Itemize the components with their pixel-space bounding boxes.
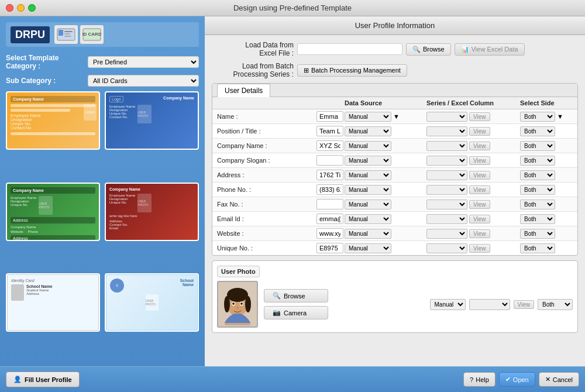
- id-card-icon-1: [54, 25, 78, 44]
- view-excel-button[interactable]: 📊 View Excel Data: [455, 43, 525, 56]
- fill-profile-button[interactable]: 👤 Fill User Profile: [6, 372, 80, 387]
- address-view-btn[interactable]: View: [469, 171, 490, 180]
- website-input[interactable]: [316, 228, 343, 239]
- browse-photo-icon: 🔍: [273, 292, 281, 300]
- photo-view-btn[interactable]: View: [514, 300, 535, 309]
- batch-label: Load from BatchProcessing Series :: [212, 62, 294, 78]
- dialog-content: Load Data fromExcel File : 🔍 Browse 📊 Vi…: [205, 35, 585, 366]
- slogan-se-select[interactable]: [426, 156, 467, 166]
- phone-input[interactable]: [316, 184, 343, 195]
- email-view-btn[interactable]: View: [469, 215, 490, 223]
- fill-profile-icon: 👤: [13, 376, 22, 383]
- template-card-6[interactable]: S School Name USER PHOTO: [105, 273, 199, 332]
- camera-button[interactable]: 📷 Camera: [264, 306, 328, 319]
- col-field: [217, 99, 316, 106]
- phone-ds-select[interactable]: Manual: [345, 185, 391, 195]
- table-row: Name : Manual▼ View Both▼: [212, 109, 577, 124]
- photo-right: Manual View Both: [430, 299, 573, 310]
- phone-side-select[interactable]: Both: [520, 185, 555, 195]
- fax-view-btn[interactable]: View: [469, 200, 490, 209]
- minimize-window-btn[interactable]: [17, 4, 25, 12]
- browse-photo-button[interactable]: 🔍 Browse: [264, 289, 328, 302]
- address-input[interactable]: [316, 170, 343, 180]
- template-grid: Company Name LOGO Employee Name Designat…: [6, 91, 199, 360]
- id-card-icon-2: ID CARD: [80, 25, 104, 44]
- photo-ds-select[interactable]: Manual: [430, 299, 466, 310]
- excel-file-input[interactable]: [297, 43, 402, 55]
- name-side-select[interactable]: Both: [520, 112, 555, 122]
- slogan-ds-select[interactable]: Manual: [345, 156, 391, 166]
- svg-point-13: [224, 296, 230, 312]
- close-window-btn[interactable]: [6, 4, 13, 12]
- drpu-logo: DRPU: [11, 26, 50, 43]
- svg-point-17: [232, 302, 235, 305]
- unique-se-select[interactable]: [426, 243, 467, 253]
- dialog-title: User Profile Information: [355, 21, 435, 30]
- template-card-4[interactable]: Company Name Employee Name Designation U…: [105, 183, 199, 241]
- company-view-btn[interactable]: View: [469, 142, 490, 150]
- fax-input[interactable]: [316, 199, 343, 209]
- batch-processing-button[interactable]: ⊞ Batch Processing Management: [297, 64, 407, 77]
- position-ds-select[interactable]: Manual: [345, 126, 391, 136]
- name-se-select[interactable]: [426, 112, 467, 122]
- drpu-icons: ID CARD: [54, 25, 104, 44]
- help-main-button[interactable]: ? Help: [463, 372, 495, 387]
- unique-input[interactable]: [316, 243, 343, 253]
- website-ds-select[interactable]: Manual: [345, 229, 391, 239]
- company-side-select[interactable]: Both: [520, 141, 555, 151]
- name-view-btn[interactable]: View: [469, 112, 490, 121]
- cancel-main-button[interactable]: ✕ Cancel: [539, 372, 579, 387]
- website-view-btn[interactable]: View: [469, 229, 490, 238]
- slogan-view-btn[interactable]: View: [469, 156, 490, 165]
- company-se-select[interactable]: [426, 141, 467, 151]
- sub-category-select[interactable]: All ID Cards: [88, 75, 199, 87]
- template-card-5[interactable]: Identity Card School Name Student Name A…: [6, 273, 100, 332]
- phone-view-btn[interactable]: View: [469, 185, 490, 194]
- unique-ds-select[interactable]: Manual: [345, 243, 391, 253]
- phone-se-select[interactable]: [426, 185, 467, 195]
- address-se-select[interactable]: [426, 170, 467, 180]
- website-se-select[interactable]: [426, 229, 467, 239]
- svg-rect-2: [64, 31, 73, 32]
- fax-side-select[interactable]: Both: [520, 200, 555, 209]
- template-card-2[interactable]: Logo Company Name Employee Name Designat…: [105, 91, 199, 150]
- email-input[interactable]: [316, 214, 343, 224]
- website-side-select[interactable]: Both: [520, 229, 555, 239]
- position-se-select[interactable]: [426, 126, 467, 136]
- photo-se-select[interactable]: [469, 299, 510, 310]
- sidebar: DRPU ID CARD: [0, 16, 205, 392]
- name-ds-select[interactable]: Manual: [345, 112, 391, 122]
- user-details-tab[interactable]: User Details: [217, 84, 270, 97]
- load-excel-label: Load Data fromExcel File :: [212, 41, 294, 57]
- template-card-1[interactable]: Company Name LOGO Employee Name Designat…: [6, 91, 100, 150]
- unique-view-btn[interactable]: View: [469, 244, 490, 253]
- table-row: Email Id : Manual View Both: [212, 212, 577, 226]
- help-main-icon: ?: [470, 376, 473, 383]
- slogan-side-select[interactable]: Both: [520, 156, 555, 166]
- template-category-select[interactable]: Pre Defined: [88, 56, 199, 68]
- position-side-select[interactable]: Both: [520, 126, 555, 136]
- company-input[interactable]: [316, 140, 343, 151]
- position-input[interactable]: [316, 126, 343, 136]
- window-controls[interactable]: [6, 4, 36, 12]
- name-input[interactable]: [316, 111, 343, 122]
- email-side-select[interactable]: Both: [520, 214, 555, 224]
- browse-excel-button[interactable]: 🔍 Browse: [406, 43, 451, 56]
- fax-se-select[interactable]: [426, 200, 467, 209]
- position-view-btn[interactable]: View: [469, 127, 490, 136]
- slogan-input[interactable]: [316, 155, 343, 166]
- table-row: Phone No. : Manual View Both: [212, 183, 577, 197]
- address-side-select[interactable]: Both: [520, 170, 555, 180]
- email-se-select[interactable]: [426, 214, 467, 224]
- template-card-3[interactable]: Company Name Employee Name Designation U…: [6, 183, 100, 241]
- col-side: Select Side: [520, 99, 573, 106]
- address-ds-select[interactable]: Manual: [345, 170, 391, 180]
- unique-side-select[interactable]: Both: [520, 243, 555, 253]
- fax-ds-select[interactable]: Manual: [345, 200, 391, 209]
- open-button[interactable]: ✔ Open: [499, 372, 535, 387]
- maximize-window-btn[interactable]: [28, 4, 36, 12]
- email-ds-select[interactable]: Manual: [345, 214, 391, 224]
- svg-point-12: [227, 288, 248, 302]
- company-ds-select[interactable]: Manual: [345, 141, 391, 151]
- photo-side-select[interactable]: Both: [538, 299, 573, 310]
